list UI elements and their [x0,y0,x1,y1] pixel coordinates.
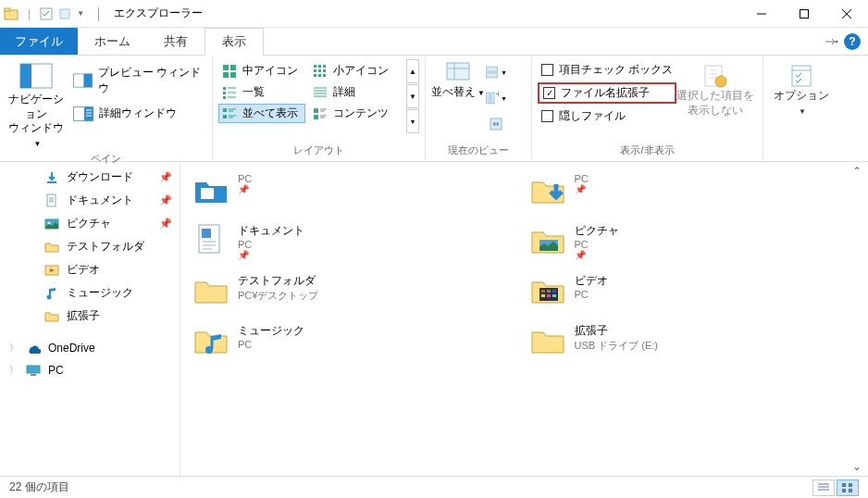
help-button[interactable]: ? [844,33,861,50]
svg-text:+: + [496,90,499,99]
layout-small-icons[interactable]: 小アイコン [309,61,396,81]
tile-sub: PC [575,289,608,300]
navigation-pane-icon [19,63,53,89]
window-title: エクスプローラー [114,6,203,21]
sidebar-item[interactable]: 拡張子 [0,305,180,328]
sidebar-item[interactable]: 〉PC [0,359,180,381]
fit-icon [488,116,504,132]
svg-rect-89 [842,489,846,492]
videos-icon [44,263,59,278]
tab-share[interactable]: 共有 [147,28,205,55]
sidebar-item[interactable]: テストフォルダ [0,235,180,258]
folder-icon [528,321,567,360]
preview-pane-icon [73,73,93,88]
pin-ribbon-icon[interactable] [825,37,838,46]
sidebar-item-label: テストフォルダ [67,239,144,255]
tile-item[interactable]: ピクチャPC📌 [525,216,862,266]
svg-rect-14 [84,106,93,120]
tile-item[interactable]: ミュージックPC [188,316,525,366]
pin-icon: 📌 [159,171,172,183]
qat-item-icon[interactable] [58,7,71,20]
size-columns-button[interactable] [485,113,507,135]
group-by-button[interactable]: ▼ [485,61,507,83]
music-icon [44,286,59,301]
sort-by-button[interactable]: 並べ替え▼ [431,59,485,100]
hide-selected-button[interactable]: 選択した項目を 表示しない [676,59,754,118]
medium-icons-icon [222,64,237,79]
svg-rect-56 [487,67,498,71]
scroll-up-icon[interactable]: ⌃ [849,164,864,179]
svg-rect-5 [800,9,809,18]
layout-scroll-up[interactable]: ▲ [406,59,419,83]
maximize-button[interactable] [783,0,825,28]
columns-icon: + [485,90,499,106]
add-columns-button[interactable]: +▼ [485,87,507,109]
tab-file[interactable]: ファイル [0,28,78,55]
sidebar-item[interactable]: ミュージック [0,281,180,305]
svg-rect-3 [60,9,69,19]
sidebar-item[interactable]: 〉OneDrive [0,337,180,359]
file-extensions-toggle[interactable]: ファイル名拡張子 [538,82,676,104]
svg-rect-28 [314,74,316,77]
details-icon [313,85,328,100]
pin-icon: 📌 [575,250,619,260]
icons-view-toggle[interactable] [837,479,859,496]
navigation-pane-button[interactable]: ナビゲーション ウィンドウ▼ [6,59,68,150]
svg-rect-58 [487,93,490,104]
items-area[interactable]: ⌃ ⌄ PC📌ドキュメントPC📌テストフォルダPC¥デスクトップミュージックPC… [180,162,868,476]
svg-rect-44 [223,115,227,118]
options-button[interactable]: オプション▼ [769,59,834,118]
layout-more[interactable]: ▾ [406,109,419,133]
group-layout-label: レイアウト [218,142,419,159]
layout-list[interactable]: 一覧 [218,82,305,102]
layout-scroll-down[interactable]: ▼ [406,84,419,108]
sidebar-item[interactable]: ピクチャ📌 [0,212,180,235]
status-bar: 22 個の項目 [0,476,868,498]
titlebar: | ▼ │ エクスプローラー [0,0,868,28]
tile-item[interactable]: ドキュメントPC📌 [188,216,525,266]
svg-rect-83 [552,294,556,297]
details-view-toggle[interactable] [812,479,835,496]
hidden-items-toggle[interactable]: 隠しファイル [538,107,676,125]
svg-rect-33 [223,92,226,94]
svg-rect-35 [223,96,226,99]
minimize-button[interactable] [740,0,783,28]
tab-home[interactable]: ホーム [78,28,147,55]
tab-view[interactable]: 表示 [205,28,264,56]
sidebar-item[interactable]: ドキュメント📌 [0,189,180,212]
details-pane-button[interactable]: 詳細ウィンドウ [73,106,206,121]
svg-rect-26 [318,69,321,72]
content-icon [313,106,328,121]
scroll-down-icon[interactable]: ⌄ [849,459,864,474]
close-button[interactable] [825,0,868,28]
layout-tiles[interactable]: 並べて表示 [218,104,305,123]
qat-checkbox-icon[interactable] [40,7,53,20]
svg-rect-79 [547,290,551,293]
sidebar-item-label: PC [48,364,64,377]
tile-item[interactable]: テストフォルダPC¥デスクトップ [188,266,525,316]
preview-pane-button[interactable]: プレビュー ウィンドウ [73,65,206,96]
svg-rect-53 [447,63,469,80]
qat-dropdown[interactable]: ▼ [77,9,84,18]
layout-medium-icons[interactable]: 中アイコン [218,61,305,81]
sidebar-item-label: 拡張子 [67,308,100,324]
sidebar-item-label: ピクチャ [67,216,111,231]
tile-name: ミュージック [238,323,304,339]
group-showhide-label: 表示/非表示 [538,142,757,159]
tile-item[interactable]: PC📌 [525,166,862,216]
tile-item[interactable]: 拡張子USB ドライブ (E:) [525,316,862,366]
tile-name: ビデオ [575,273,608,289]
sidebar-item[interactable]: ビデオ [0,258,180,281]
tile-item[interactable]: ビデオPC [525,266,862,316]
layout-content[interactable]: コンテンツ [309,104,396,123]
tile-sub: PC [238,339,304,350]
layout-details[interactable]: 詳細 [309,82,396,102]
tile-item[interactable]: PC📌 [188,166,525,216]
svg-rect-25 [314,69,316,72]
sidebar-item[interactable]: ダウンロード📌 [0,166,180,189]
item-checkboxes-toggle[interactable]: 項目チェック ボックス [538,61,676,79]
svg-rect-29 [318,74,321,77]
svg-rect-24 [323,65,326,68]
svg-rect-64 [792,66,811,86]
navigation-sidebar[interactable]: ダウンロード📌ドキュメント📌ピクチャ📌テストフォルダビデオミュージック拡張子〉O… [0,162,180,476]
